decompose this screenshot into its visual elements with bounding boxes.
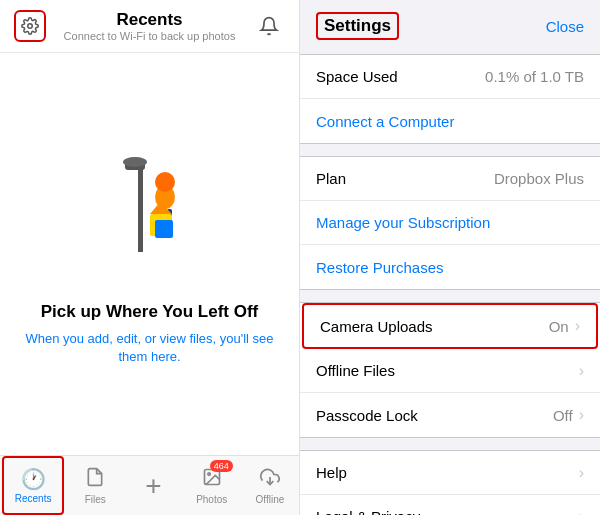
- recents-icon: 🕐: [21, 467, 46, 491]
- section-storage: Space Used 0.1% of 1.0 TB Connect a Comp…: [300, 54, 600, 144]
- header-subtitle: Connect to Wi-Fi to back up photos: [46, 30, 253, 42]
- row-manage-subscription[interactable]: Manage your Subscription: [300, 201, 600, 245]
- plan-label: Plan: [316, 170, 346, 187]
- tab-recents-label: Recents: [15, 493, 52, 504]
- header-center: Recents Connect to Wi-Fi to back up phot…: [46, 10, 253, 42]
- restore-purchases-label: Restore Purchases: [316, 259, 444, 276]
- svg-rect-9: [155, 220, 173, 238]
- tab-add[interactable]: +: [124, 456, 182, 515]
- offline-icon: [260, 467, 280, 492]
- tab-offline-label: Offline: [256, 494, 285, 505]
- files-icon: [85, 467, 105, 492]
- help-label: Help: [316, 464, 347, 481]
- camera-uploads-chevron: ›: [575, 317, 580, 335]
- svg-point-3: [123, 157, 147, 167]
- photos-badge: 464: [210, 460, 233, 472]
- offline-files-label: Offline Files: [316, 362, 395, 379]
- row-legal-privacy[interactable]: Legal & Privacy ›: [300, 495, 600, 515]
- tab-recents[interactable]: 🕐 Recents: [2, 456, 64, 515]
- row-offline-files[interactable]: Offline Files ›: [300, 349, 600, 393]
- content-desc: When you add, edit, or view files, you'l…: [20, 330, 279, 366]
- close-button[interactable]: Close: [546, 18, 584, 35]
- passcode-lock-chevron: ›: [579, 406, 584, 424]
- connect-computer-label: Connect a Computer: [316, 113, 454, 130]
- camera-uploads-label: Camera Uploads: [320, 318, 433, 335]
- content-title: Pick up Where You Left Off: [41, 302, 259, 322]
- illustration: [80, 142, 220, 282]
- space-used-label: Space Used: [316, 68, 398, 85]
- passcode-lock-value: Off: [553, 407, 573, 424]
- left-panel: Recents Connect to Wi-Fi to back up phot…: [0, 0, 300, 515]
- camera-uploads-value: On: [549, 318, 569, 335]
- section-info: Help › Legal & Privacy › App Version 72.…: [300, 450, 600, 515]
- tab-photos[interactable]: 464 Photos: [183, 456, 241, 515]
- offline-files-chevron: ›: [579, 362, 584, 380]
- row-plan: Plan Dropbox Plus: [300, 157, 600, 201]
- gear-button[interactable]: [14, 10, 46, 42]
- tab-photos-label: Photos: [196, 494, 227, 505]
- plan-value: Dropbox Plus: [494, 170, 584, 187]
- tab-bar: 🕐 Recents Files +: [0, 455, 299, 515]
- row-camera-uploads[interactable]: Camera Uploads On ›: [302, 303, 598, 349]
- header-title: Recents: [46, 10, 253, 30]
- add-icon: +: [145, 472, 161, 500]
- passcode-lock-label: Passcode Lock: [316, 407, 418, 424]
- settings-title: Settings: [316, 12, 399, 40]
- left-header: Recents Connect to Wi-Fi to back up phot…: [0, 0, 299, 53]
- legal-privacy-chevron: ›: [579, 508, 584, 516]
- section-device: Camera Uploads On › Offline Files › Pass…: [300, 302, 600, 438]
- left-content: Pick up Where You Left Off When you add,…: [0, 53, 299, 455]
- space-used-value: 0.1% of 1.0 TB: [485, 68, 584, 85]
- tab-offline[interactable]: Offline: [241, 456, 299, 515]
- help-chevron: ›: [579, 464, 584, 482]
- manage-subscription-label: Manage your Subscription: [316, 214, 490, 231]
- bell-button[interactable]: [253, 10, 285, 42]
- right-header: Settings Close: [300, 0, 600, 48]
- row-help[interactable]: Help ›: [300, 451, 600, 495]
- svg-point-0: [28, 24, 33, 29]
- row-passcode-lock[interactable]: Passcode Lock Off ›: [300, 393, 600, 437]
- section-plan: Plan Dropbox Plus Manage your Subscripti…: [300, 156, 600, 290]
- svg-point-5: [155, 172, 175, 192]
- svg-rect-1: [138, 162, 143, 252]
- passcode-value-group: Off ›: [553, 406, 584, 424]
- legal-privacy-label: Legal & Privacy: [316, 508, 420, 515]
- row-restore-purchases[interactable]: Restore Purchases: [300, 245, 600, 289]
- tab-files[interactable]: Files: [66, 456, 124, 515]
- camera-uploads-value-group: On ›: [549, 317, 580, 335]
- right-panel: Settings Close Space Used 0.1% of 1.0 TB…: [300, 0, 600, 515]
- svg-point-12: [208, 472, 211, 475]
- row-connect-computer[interactable]: Connect a Computer: [300, 99, 600, 143]
- tab-files-label: Files: [85, 494, 106, 505]
- row-space-used: Space Used 0.1% of 1.0 TB: [300, 55, 600, 99]
